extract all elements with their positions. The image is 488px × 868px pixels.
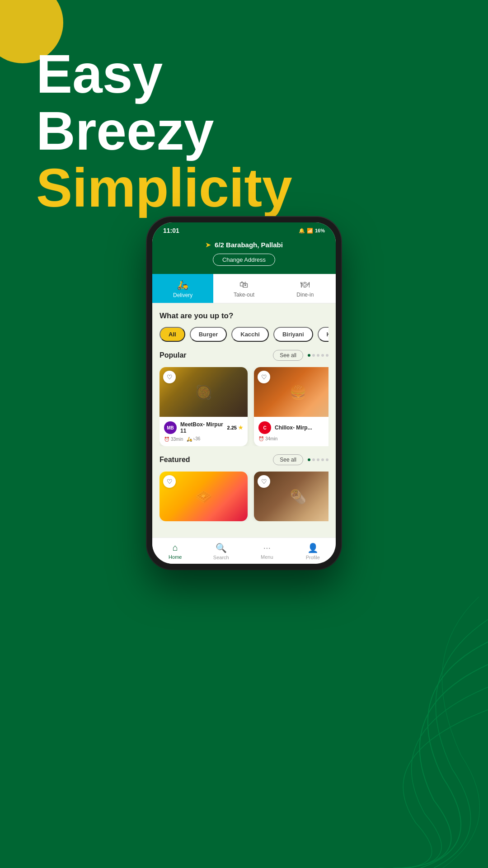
restaurant-logo-meetbox: MB [164, 421, 177, 434]
featured-card-2[interactable]: 🌯 ♡ [254, 472, 328, 521]
fee-value-meetbox: ৳36 [193, 436, 200, 442]
card-info-chillox: C Chillox- Mirp... ⏰ 34min [254, 417, 328, 446]
featured-section-header: Featured See all [160, 454, 328, 465]
change-address-button[interactable]: Change Address [213, 254, 275, 266]
search-icon: 🔍 [216, 542, 227, 553]
dot-2 [312, 354, 315, 357]
bg-lines-decoration [217, 552, 488, 868]
clock-icon-chillox: ⏰ [258, 436, 264, 441]
restaurant-row-meetbox: MB MeetBox- Mirpur 11 2.25 ★ [164, 421, 243, 434]
signal-icon: 📶 [307, 228, 313, 234]
hero-line2: Breezy [36, 102, 292, 159]
nav-profile-label: Profile [306, 555, 320, 560]
featured-see-all-button[interactable]: See all [273, 454, 303, 465]
popular-see-all-button[interactable]: See all [273, 350, 303, 361]
nav-search-label: Search [213, 555, 229, 560]
chip-kacchi[interactable]: Kacchi [231, 327, 269, 342]
dot-3 [317, 354, 319, 357]
delivery-meta-meetbox: 🛵 ৳36 [187, 436, 200, 442]
chip-all[interactable]: All [160, 327, 185, 342]
battery-text: 16% [315, 228, 325, 233]
tab-takeout[interactable]: 🛍 Take-out [213, 274, 274, 303]
featured-section-right: See all [273, 454, 328, 465]
restaurant-row-chillox: C Chillox- Mirp... [258, 421, 328, 434]
location-row: ➤ 6/2 Barabagh, Pallabi [161, 241, 327, 249]
popular-section-right: See all [273, 350, 328, 361]
rating-meetbox: 2.25 ★ [227, 425, 243, 431]
star-icon-meetbox: ★ [238, 425, 243, 431]
popular-section-header: Popular See all [160, 350, 328, 361]
tab-dinein[interactable]: 🍽 Dine-in [275, 274, 336, 303]
status-icons: 🔔 📶 16% [299, 228, 325, 234]
tab-dinein-label: Dine-in [296, 292, 314, 298]
time-meta-chillox: ⏰ 34min [258, 436, 277, 441]
hero-line3: Simplicity [36, 159, 292, 216]
popular-card-meetbox[interactable]: 🥘 ♡ MB MeetBox- Mirpur 11 2.25 [160, 367, 248, 446]
nav-profile[interactable]: 👤 Profile [290, 538, 336, 564]
feat-dot-5 [326, 458, 328, 461]
favorite-button-featured-2[interactable]: ♡ [258, 475, 270, 488]
nav-home[interactable]: ⌂ Home [152, 538, 198, 564]
card-image-chillox: 🍔 ♡ [254, 367, 328, 417]
restaurant-logo-chillox: C [258, 421, 271, 434]
popular-title: Popular [160, 351, 187, 359]
time-value-chillox: 34min [265, 436, 277, 441]
dot-5 [326, 354, 328, 357]
favorite-button-meetbox[interactable]: ♡ [163, 371, 176, 383]
phone-screen: 11:01 🔔 📶 16% ➤ 6/2 Barabagh, Pallabi Ch… [152, 222, 336, 564]
popular-card-chillox[interactable]: 🍔 ♡ C Chillox- Mirp... [254, 367, 328, 446]
rating-value-meetbox: 2.25 [227, 425, 237, 430]
card-image-meetbox: 🥘 ♡ [160, 367, 248, 417]
restaurant-name-meetbox: MeetBox- Mirpur 11 [180, 421, 224, 434]
status-time: 11:01 [163, 227, 179, 234]
featured-dots [308, 458, 328, 461]
clock-icon-meetbox: ⏰ [164, 437, 169, 442]
chip-burger[interactable]: Burger [190, 327, 227, 342]
nav-menu-label: Menu [261, 554, 273, 560]
bottom-navigation: ⌂ Home 🔍 Search ··· Menu 👤 Profile [152, 538, 336, 564]
chip-biriyani[interactable]: Biriyani [273, 327, 313, 342]
app-header: ➤ 6/2 Barabagh, Pallabi Change Address [152, 237, 336, 274]
tab-delivery[interactable]: 🛵 Delivery [152, 274, 213, 303]
feat-dot-1 [308, 458, 310, 461]
delivery-icon-meetbox: 🛵 [187, 437, 192, 442]
dot-1 [308, 354, 310, 357]
time-meta-meetbox: ⏰ 33min [164, 437, 183, 442]
featured-card-img-2: 🌯 ♡ [254, 472, 328, 521]
card-meta-meetbox: ⏰ 33min 🛵 ৳36 [164, 436, 243, 442]
meetbox-logo-inner: MB [164, 421, 177, 434]
nav-home-label: Home [169, 554, 182, 560]
nav-menu[interactable]: ··· Menu [244, 538, 290, 564]
delivery-icon: 🛵 [177, 279, 188, 290]
favorite-button-chillox[interactable]: ♡ [258, 371, 270, 383]
featured-card-img-1: 🧇 ♡ [160, 472, 248, 521]
featured-cards-row: 🧇 ♡ 🌯 ♡ [160, 472, 328, 521]
chip-k[interactable]: K... [318, 327, 328, 342]
chillox-logo-inner: C [258, 421, 271, 434]
featured-title: Featured [160, 456, 190, 464]
category-chips: All Burger Kacchi Biriyani K... [160, 327, 328, 342]
tab-delivery-label: Delivery [173, 292, 192, 298]
card-meta-chillox: ⏰ 34min [258, 436, 328, 441]
nav-search[interactable]: 🔍 Search [198, 538, 244, 564]
popular-dots [308, 354, 328, 357]
phone-outer-frame: 11:01 🔔 📶 16% ➤ 6/2 Barabagh, Pallabi Ch… [147, 217, 341, 569]
hero-text-block: Easy Breezy Simplicity [36, 45, 292, 216]
popular-cards-row: 🥘 ♡ MB MeetBox- Mirpur 11 2.25 [160, 367, 328, 446]
dot-4 [321, 354, 324, 357]
tab-takeout-label: Take-out [234, 292, 254, 298]
favorite-button-featured-1[interactable]: ♡ [163, 475, 176, 488]
notification-icon: 🔔 [299, 228, 305, 234]
profile-icon: 👤 [307, 542, 319, 553]
featured-card-1[interactable]: 🧇 ♡ [160, 472, 248, 521]
restaurant-name-chillox: Chillox- Mirp... [275, 425, 328, 431]
phone-mockup: 11:01 🔔 📶 16% ➤ 6/2 Barabagh, Pallabi Ch… [147, 217, 341, 569]
feat-dot-4 [321, 458, 324, 461]
dinein-icon: 🍽 [300, 279, 310, 290]
feat-dot-2 [312, 458, 315, 461]
location-icon: ➤ [205, 241, 211, 249]
status-bar: 11:01 🔔 📶 16% [152, 222, 336, 237]
location-text: 6/2 Barabagh, Pallabi [215, 241, 283, 249]
hero-line1: Easy [36, 45, 292, 102]
section-question: What are you up to? [160, 311, 328, 321]
